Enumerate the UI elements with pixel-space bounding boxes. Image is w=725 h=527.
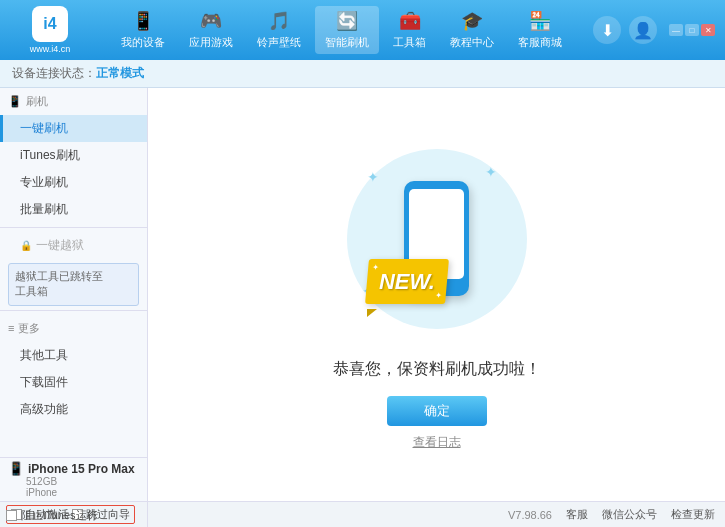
my-device-icon: 📱 [132, 10, 154, 32]
subheader-prefix: 设备连接状态： [12, 65, 96, 82]
more-section-label: 更多 [18, 321, 40, 336]
sidebar-divider-2 [0, 310, 147, 311]
nav-service[interactable]: 🏪 客服商城 [508, 6, 572, 54]
footer-right: V7.98.66 客服 微信公众号 检查更新 [148, 507, 725, 522]
device-info-panel: 📱 iPhone 15 Pro Max 512GB iPhone [0, 457, 148, 501]
subheader: 设备连接状态： 正常模式 [0, 60, 725, 88]
sidebar-divider-1 [0, 227, 147, 228]
header-right: ⬇ 👤 — □ ✕ [593, 16, 715, 44]
sidebar-item-itunes-flash[interactable]: iTunes刷机 [0, 142, 147, 169]
sidebar: 📱 刷机 一键刷机 iTunes刷机 专业刷机 批量刷机 🔒 一键越狱 越狱工具… [0, 88, 148, 501]
ribbon-corner [367, 309, 377, 317]
nav-ringtone[interactable]: 🎵 铃声壁纸 [247, 6, 311, 54]
download-button[interactable]: ⬇ [593, 16, 621, 44]
close-button[interactable]: ✕ [701, 24, 715, 36]
itunes-flash-label: iTunes刷机 [20, 148, 80, 162]
subheader-status: 正常模式 [96, 65, 144, 82]
advanced-label: 高级功能 [20, 402, 68, 416]
other-tools-label: 其他工具 [20, 348, 68, 362]
check-update-link[interactable]: 检查更新 [671, 507, 715, 522]
nav-tutorial-label: 教程中心 [450, 35, 494, 50]
view-log-link[interactable]: 查看日志 [413, 434, 461, 451]
nav-smart-flash-label: 智能刷机 [325, 35, 369, 50]
device-type: iPhone [8, 487, 139, 498]
more-section-icon: ≡ [8, 322, 14, 334]
success-message: 恭喜您，保资料刷机成功啦！ [333, 359, 541, 380]
sparkle-1: ✦ [367, 169, 379, 185]
header: i4 www.i4.cn 📱 我的设备 🎮 应用游戏 🎵 铃声壁纸 🔄 智能刷机… [0, 0, 725, 60]
nav-my-device[interactable]: 📱 我的设备 [111, 6, 175, 54]
flash-section-icon: 📱 [8, 95, 22, 108]
window-controls: — □ ✕ [669, 24, 715, 36]
tutorial-icon: 🎓 [461, 10, 483, 32]
maximize-button[interactable]: □ [685, 24, 699, 36]
ribbon-star-right: ✦ [434, 291, 442, 300]
nav-service-label: 客服商城 [518, 35, 562, 50]
alert-text: 越狱工具已跳转至工具箱 [15, 270, 103, 297]
sidebar-item-other-tools[interactable]: 其他工具 [0, 342, 147, 369]
nav-tutorial[interactable]: 🎓 教程中心 [440, 6, 504, 54]
sidebar-section-more: ≡ 更多 [0, 315, 147, 342]
sidebar-item-pro-flash[interactable]: 专业刷机 [0, 169, 147, 196]
download-firmware-label: 下载固件 [20, 375, 68, 389]
lock-icon: 🔒 [20, 240, 32, 251]
new-ribbon: ✦ NEW. ✦ [367, 259, 447, 309]
sidebar-item-advanced[interactable]: 高级功能 [0, 396, 147, 423]
itunes-check-checkbox[interactable] [6, 510, 17, 521]
logo-url: www.i4.cn [30, 44, 71, 54]
nav-my-device-label: 我的设备 [121, 35, 165, 50]
nav-bar: 📱 我的设备 🎮 应用游戏 🎵 铃声壁纸 🔄 智能刷机 🧰 工具箱 🎓 教程中心… [90, 6, 593, 54]
phone-circle-bg: ✦ ✦ ✦ ✦ NEW. ✦ [347, 149, 527, 329]
confirm-button[interactable]: 确定 [387, 396, 487, 426]
phone-illustration: ✦ ✦ ✦ ✦ NEW. ✦ [337, 139, 537, 339]
ribbon-new-text: NEW. [379, 268, 435, 294]
app-logo[interactable]: i4 www.i4.cn [10, 6, 90, 54]
flash-section-label: 刷机 [26, 94, 48, 109]
minimize-button[interactable]: — [669, 24, 683, 36]
pro-flash-label: 专业刷机 [20, 175, 68, 189]
nav-toolbox[interactable]: 🧰 工具箱 [383, 6, 436, 54]
nav-smart-flash[interactable]: 🔄 智能刷机 [315, 6, 379, 54]
one-key-flash-label: 一键刷机 [20, 121, 68, 135]
app-games-icon: 🎮 [200, 10, 222, 32]
sidebar-item-batch-flash[interactable]: 批量刷机 [0, 196, 147, 223]
customer-service-link[interactable]: 客服 [566, 507, 588, 522]
user-button[interactable]: 👤 [629, 16, 657, 44]
toolbox-icon: 🧰 [399, 10, 421, 32]
logo-icon: i4 [32, 6, 68, 42]
ribbon-shape: ✦ NEW. ✦ [365, 259, 449, 304]
sidebar-item-jailbreak: 🔒 一键越狱 [0, 232, 147, 259]
nav-app-games-label: 应用游戏 [189, 35, 233, 50]
sparkle-2: ✦ [485, 164, 497, 180]
main-content: ✦ ✦ ✦ ✦ NEW. ✦ 恭喜您，保资料刷机成功啦！ [148, 88, 725, 501]
sidebar-alert: 越狱工具已跳转至工具箱 [8, 263, 139, 306]
device-name-row: 📱 iPhone 15 Pro Max [8, 461, 139, 476]
smart-flash-icon: 🔄 [336, 10, 358, 32]
nav-ringtone-label: 铃声壁纸 [257, 35, 301, 50]
service-icon: 🏪 [529, 10, 551, 32]
footer-bar: 自动激活 跳过向导 V7.98.66 客服 微信公众号 检查更新 [0, 501, 725, 527]
device-storage: 512GB [8, 476, 139, 487]
ribbon-star-left: ✦ [371, 263, 379, 272]
itunes-check-area: 阻止iTunes运行 [6, 508, 98, 523]
device-phone-icon: 📱 [8, 461, 24, 476]
nav-toolbox-label: 工具箱 [393, 35, 426, 50]
jailbreak-label: 一键越狱 [36, 237, 84, 254]
version-label: V7.98.66 [508, 509, 552, 521]
sidebar-section-flash: 📱 刷机 [0, 88, 147, 115]
batch-flash-label: 批量刷机 [20, 202, 68, 216]
main-area: 📱 刷机 一键刷机 iTunes刷机 专业刷机 批量刷机 🔒 一键越狱 越狱工具… [0, 88, 725, 501]
sidebar-item-download-firmware[interactable]: 下载固件 [0, 369, 147, 396]
sidebar-item-one-key-flash[interactable]: 一键刷机 [0, 115, 147, 142]
itunes-check-label: 阻止iTunes运行 [21, 508, 98, 523]
device-name: iPhone 15 Pro Max [28, 462, 135, 476]
nav-app-games[interactable]: 🎮 应用游戏 [179, 6, 243, 54]
ringtone-icon: 🎵 [268, 10, 290, 32]
wechat-link[interactable]: 微信公众号 [602, 507, 657, 522]
